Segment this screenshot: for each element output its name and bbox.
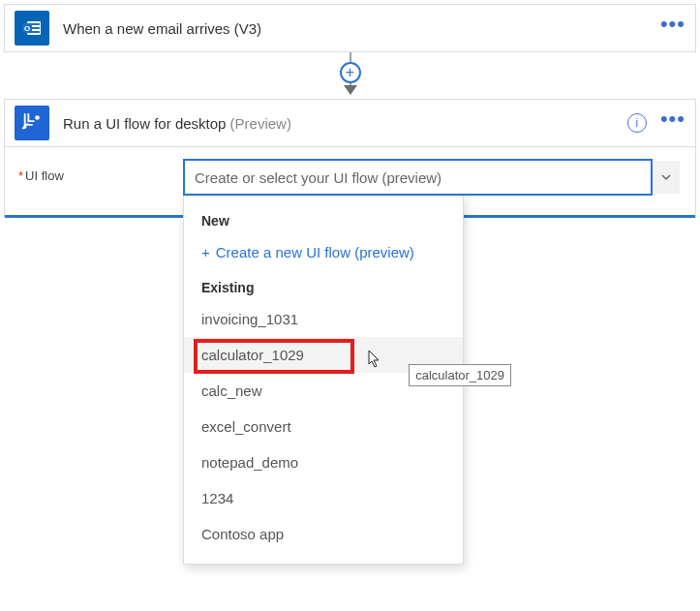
uiflow-select[interactable]: Create or select your UI flow (preview) bbox=[183, 159, 682, 196]
uiflow-field-label: *UI flow bbox=[18, 159, 183, 183]
create-uiflow-label: Create a new UI flow (preview) bbox=[216, 244, 414, 260]
outlook-icon: O bbox=[15, 11, 49, 46]
plus-icon: + bbox=[201, 244, 210, 260]
connector: + bbox=[0, 52, 700, 95]
svg-text:O: O bbox=[24, 24, 30, 33]
uiflow-option-notepad[interactable]: notepad_demo bbox=[184, 444, 463, 480]
action-card: Run a UI flow for desktop (Preview) i ••… bbox=[4, 99, 696, 218]
cursor-icon bbox=[366, 349, 383, 370]
action-header[interactable]: Run a UI flow for desktop (Preview) i ••… bbox=[5, 100, 695, 146]
trigger-card: O When a new email arrives (V3) ••• bbox=[4, 4, 696, 52]
dropdown-group-new: New bbox=[184, 203, 463, 234]
action-title-text: Run a UI flow for desktop bbox=[63, 115, 230, 132]
trigger-title: When a new email arrives (V3) bbox=[63, 20, 660, 37]
action-preview-tag: (Preview) bbox=[230, 115, 291, 132]
action-body: *UI flow Create or select your UI flow (… bbox=[5, 146, 695, 218]
required-star: * bbox=[18, 168, 23, 183]
uiflow-select-wrap: Create or select your UI flow (preview) … bbox=[183, 159, 682, 196]
create-uiflow-option[interactable]: + Create a new UI flow (preview) bbox=[184, 234, 463, 270]
uiflow-select-placeholder: Create or select your UI flow (preview) bbox=[195, 169, 441, 186]
uiflow-option-invoicing[interactable]: invoicing_1031 bbox=[184, 301, 463, 337]
arrow-down-icon bbox=[344, 85, 357, 95]
action-menu-button[interactable]: ••• bbox=[660, 114, 685, 132]
tooltip: calculator_1029 bbox=[409, 364, 511, 386]
trigger-menu-button[interactable]: ••• bbox=[660, 19, 685, 37]
add-step-button[interactable]: + bbox=[340, 62, 361, 83]
uiflow-icon bbox=[15, 106, 49, 140]
uiflow-option-calculator-label: calculator_1029 bbox=[201, 347, 304, 363]
uiflow-option-1234[interactable]: 1234 bbox=[184, 480, 463, 516]
uiflow-option-excel[interactable]: excel_convert bbox=[184, 409, 463, 444]
dropdown-group-existing: Existing bbox=[184, 270, 463, 301]
trigger-header[interactable]: O When a new email arrives (V3) ••• bbox=[5, 5, 695, 51]
chevron-down-icon[interactable] bbox=[653, 161, 680, 194]
info-icon[interactable]: i bbox=[627, 113, 647, 133]
uiflow-option-contoso[interactable]: Contoso app bbox=[184, 516, 463, 552]
action-title: Run a UI flow for desktop (Preview) bbox=[63, 115, 627, 132]
uiflow-dropdown: New + Create a new UI flow (preview) Exi… bbox=[183, 196, 464, 565]
uiflow-label-text: UI flow bbox=[25, 168, 64, 183]
uiflow-option-calculator[interactable]: calculator_1029 calculator_1029 bbox=[184, 337, 463, 373]
svg-point-6 bbox=[35, 115, 40, 120]
uiflow-select-box[interactable]: Create or select your UI flow (preview) bbox=[183, 159, 653, 196]
